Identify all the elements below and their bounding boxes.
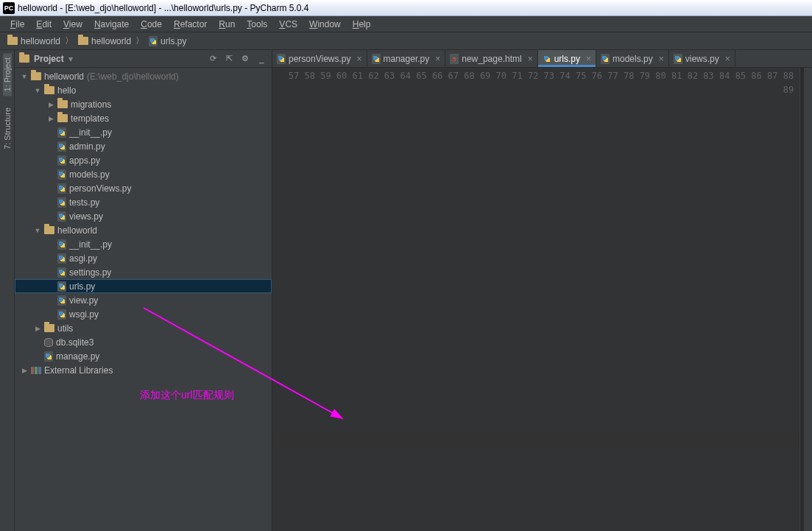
folder-icon bbox=[78, 37, 88, 45]
tree-node-__init__-py[interactable]: ▶__init__.py bbox=[15, 125, 272, 139]
tree-node-templates[interactable]: ▶templates bbox=[15, 111, 272, 125]
tree-node-manage-py[interactable]: ▶manage.py bbox=[15, 349, 272, 363]
autoscroll-icon[interactable]: ⟳ bbox=[207, 53, 219, 65]
folder-icon bbox=[7, 37, 18, 45]
tab-manager-py[interactable]: manager.py× bbox=[367, 50, 446, 67]
html-icon bbox=[450, 54, 459, 64]
pyfile-icon bbox=[57, 295, 66, 306]
tab-personViews-py[interactable]: personViews.py× bbox=[272, 50, 367, 67]
menu-navigate[interactable]: Navigate bbox=[88, 18, 135, 31]
folder-icon bbox=[57, 100, 68, 108]
chevron-down-icon[interactable]: ▼ bbox=[34, 227, 41, 234]
menu-view[interactable]: View bbox=[57, 18, 88, 31]
crumb-helloworld[interactable]: helloworld bbox=[4, 35, 63, 48]
pyfile-icon bbox=[57, 253, 66, 264]
tab-urls-py[interactable]: urls.py× bbox=[538, 50, 596, 67]
close-icon[interactable]: × bbox=[528, 54, 533, 64]
project-panel-header: Project ▾ ⟳ ⇱ ⚙ ⎯ bbox=[15, 50, 272, 68]
chevron-right-icon[interactable]: ▶ bbox=[34, 325, 41, 332]
project-panel-title: Project bbox=[34, 54, 64, 64]
close-icon[interactable]: × bbox=[586, 54, 591, 64]
menu-file[interactable]: File bbox=[4, 18, 30, 31]
tree-node-helloworld[interactable]: ▼helloworld (E:\web_djo\helloworld) bbox=[15, 69, 272, 83]
pyfile-icon bbox=[543, 54, 551, 64]
tree-node-hello[interactable]: ▼hello bbox=[15, 83, 272, 97]
menu-run[interactable]: Run bbox=[213, 18, 241, 31]
tab-models-py[interactable]: models.py× bbox=[596, 50, 669, 67]
collapse-all-icon[interactable]: ⇱ bbox=[223, 53, 235, 65]
pyfile-icon bbox=[57, 155, 66, 166]
tree-node-views-py[interactable]: ▶views.py bbox=[15, 209, 272, 223]
tab-new_page-html[interactable]: new_page.html× bbox=[445, 50, 537, 67]
pyfile-icon bbox=[57, 197, 66, 208]
editor-area: personViews.py×manager.py×new_page.html×… bbox=[272, 50, 812, 531]
tree-node-External-Libraries[interactable]: ▶External Libraries bbox=[15, 363, 272, 377]
menu-window[interactable]: Window bbox=[303, 18, 347, 31]
breadcrumb: helloworld〉helloworld〉urls.py bbox=[0, 32, 812, 50]
menu-tools[interactable]: Tools bbox=[241, 18, 273, 31]
pyfile-icon bbox=[57, 169, 66, 180]
pyfile-icon bbox=[57, 141, 66, 152]
tree-node-apps-py[interactable]: ▶apps.py bbox=[15, 153, 272, 167]
project-tree[interactable]: ▼helloworld (E:\web_djo\helloworld)▼hell… bbox=[15, 68, 272, 531]
folder-icon bbox=[44, 324, 54, 332]
scroll-strip[interactable] bbox=[803, 68, 812, 531]
tree-node-asgi-py[interactable]: ▶asgi.py bbox=[15, 251, 272, 265]
pyfile-icon bbox=[277, 54, 286, 64]
tree-node-models-py[interactable]: ▶models.py bbox=[15, 167, 272, 181]
folder-icon bbox=[57, 114, 68, 122]
crumb-urls-py[interactable]: urls.py bbox=[146, 35, 189, 48]
tab-views-py[interactable]: views.py× bbox=[669, 50, 735, 67]
chevron-right-icon[interactable]: ▶ bbox=[47, 101, 54, 108]
pyfile-icon bbox=[674, 54, 682, 64]
chevron-right-icon[interactable]: ▶ bbox=[21, 367, 28, 374]
pyfile-icon bbox=[372, 54, 381, 64]
folder-icon bbox=[44, 226, 54, 234]
close-icon[interactable]: × bbox=[435, 54, 440, 64]
pyfile-icon bbox=[57, 267, 66, 278]
project-icon bbox=[19, 54, 29, 63]
menu-edit[interactable]: Edit bbox=[30, 18, 57, 31]
toolwindow-1project[interactable]: 1: Project bbox=[3, 53, 12, 96]
tree-node-helloworld[interactable]: ▼helloworld bbox=[15, 223, 272, 237]
folder-icon bbox=[44, 86, 54, 94]
crumb-helloworld[interactable]: helloworld bbox=[75, 35, 134, 48]
pyfile-icon bbox=[149, 36, 158, 46]
pyfile-icon bbox=[57, 183, 66, 194]
menu-vcs[interactable]: VCS bbox=[273, 18, 303, 31]
pycharm-icon: PC bbox=[3, 2, 15, 14]
toolwindow-7structure[interactable]: 7: Structure bbox=[3, 103, 12, 154]
close-icon[interactable]: × bbox=[725, 54, 730, 64]
chevron-down-icon[interactable]: ▼ bbox=[34, 87, 41, 94]
pyfile-icon bbox=[57, 281, 66, 292]
menubar: FileEditViewNavigateCodeRefactorRunTools… bbox=[0, 16, 812, 32]
tree-node-urls-py[interactable]: ▶urls.py bbox=[15, 279, 272, 293]
tree-node-utils[interactable]: ▶utils bbox=[15, 321, 272, 335]
menu-help[interactable]: Help bbox=[347, 18, 377, 31]
left-tool-strip: 1: Project7: Structure bbox=[0, 50, 15, 531]
chevron-right-icon[interactable]: ▶ bbox=[47, 115, 54, 122]
pyfile-icon bbox=[57, 211, 66, 222]
close-icon[interactable]: × bbox=[357, 54, 362, 64]
tree-node-personViews-py[interactable]: ▶personViews.py bbox=[15, 181, 272, 195]
tree-node-migrations[interactable]: ▶migrations bbox=[15, 97, 272, 111]
tree-node-admin-py[interactable]: ▶admin.py bbox=[15, 139, 272, 153]
tree-node-view-py[interactable]: ▶view.py bbox=[15, 293, 272, 307]
tree-node-settings-py[interactable]: ▶settings.py bbox=[15, 265, 272, 279]
tree-node-__init__-py[interactable]: ▶__init__.py bbox=[15, 237, 272, 251]
tree-node-wsgi-py[interactable]: ▶wsgi.py bbox=[15, 307, 272, 321]
gear-icon[interactable]: ⚙ bbox=[239, 53, 251, 65]
db-icon bbox=[44, 338, 53, 347]
tree-node-tests-py[interactable]: ▶tests.py bbox=[15, 195, 272, 209]
tree-node-db-sqlite3[interactable]: ▶db.sqlite3 bbox=[15, 335, 272, 349]
close-icon[interactable]: × bbox=[659, 54, 664, 64]
menu-refactor[interactable]: Refactor bbox=[168, 18, 213, 31]
code-editor[interactable]: # 匹配 【archive/2020/11.html】 path("archiv… bbox=[800, 68, 803, 531]
code-wrap: 57 58 59 60 61 62 63 64 65 66 67 68 69 7… bbox=[272, 68, 812, 531]
chevron-down-icon[interactable]: ▼ bbox=[21, 73, 28, 80]
pyfile-icon bbox=[57, 309, 66, 320]
hide-icon[interactable]: ⎯ bbox=[255, 53, 267, 65]
window-title: helloworld - [E:\web_djo\helloworld] - .… bbox=[18, 3, 309, 13]
window-titlebar: PC helloworld - [E:\web_djo\helloworld] … bbox=[0, 0, 812, 16]
menu-code[interactable]: Code bbox=[135, 18, 168, 31]
